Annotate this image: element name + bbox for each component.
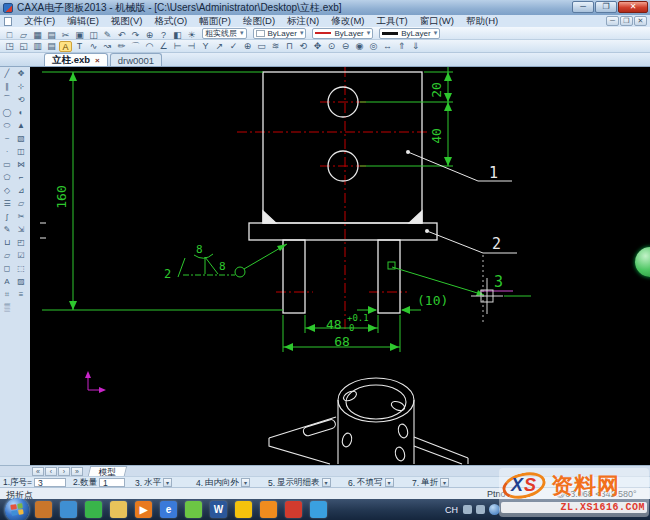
text-style-icon[interactable]: T bbox=[73, 41, 86, 52]
language-indicator[interactable]: CH bbox=[445, 505, 458, 515]
taskbar-icon-360sphere[interactable] bbox=[185, 501, 202, 518]
linetype-combobox[interactable]: ByLayer ▾ bbox=[312, 28, 373, 39]
chevron-down-icon[interactable]: ▾ bbox=[163, 478, 172, 487]
tab-drw0001[interactable]: drw0001 bbox=[110, 53, 162, 66]
taskbar-icon-360browser[interactable] bbox=[85, 501, 102, 518]
tray-icon[interactable] bbox=[463, 505, 472, 514]
taskbar-icon-thunder[interactable] bbox=[310, 501, 327, 518]
block-icon[interactable]: ▱ bbox=[1, 250, 13, 262]
layer-combobox[interactable]: 粗实线层 ▾ bbox=[202, 28, 247, 39]
list-icon[interactable]: ≡ bbox=[15, 289, 27, 301]
offset-icon[interactable]: ▱ bbox=[15, 198, 27, 210]
break-icon[interactable]: ✂ bbox=[15, 211, 27, 223]
title-bar[interactable]: CAXA电子图板2013 - 机械版 - [C:\Users\Administr… bbox=[0, 0, 650, 15]
weld-symbol-icon[interactable]: ⊓ bbox=[283, 41, 296, 52]
pan-icon[interactable]: ↔ bbox=[381, 41, 394, 52]
array-icon[interactable]: ▧ bbox=[15, 133, 27, 145]
lineweight-combobox[interactable]: ByLayer ▾ bbox=[379, 28, 440, 39]
mirror-icon[interactable]: ◐ bbox=[15, 107, 27, 119]
copy-icon[interactable]: ⊹ bbox=[15, 81, 27, 93]
wave-line-icon[interactable]: ≋ bbox=[269, 41, 282, 52]
child-window-button[interactable]: ❐ bbox=[620, 16, 633, 26]
erase-icon[interactable]: ⬚ bbox=[15, 263, 27, 275]
datum-arrow-icon[interactable]: ↗ bbox=[213, 41, 226, 52]
taskbar-icon-player[interactable]: ▶ bbox=[135, 501, 152, 518]
fill-icon[interactable]: ▒ bbox=[1, 302, 13, 314]
sheet-prev-button[interactable]: ‹ bbox=[45, 467, 57, 476]
tray-icon[interactable] bbox=[476, 505, 485, 514]
taskbar-icon-suite[interactable] bbox=[60, 501, 77, 518]
zoom-window-icon[interactable]: ⊙ bbox=[325, 41, 338, 52]
balloon-number-icon[interactable]: A bbox=[59, 41, 72, 52]
ellipse-icon[interactable]: ⬭ bbox=[1, 120, 13, 132]
sheet-first-button[interactable]: « bbox=[32, 467, 44, 476]
table-icon[interactable]: ▥ bbox=[31, 41, 44, 52]
rectangle-icon[interactable]: ▭ bbox=[1, 159, 13, 171]
insert-icon[interactable]: ◻ bbox=[1, 263, 13, 275]
tab-close-icon[interactable]: × bbox=[95, 56, 100, 65]
rect-icon[interactable]: ▭ bbox=[255, 41, 268, 52]
child-window-button[interactable]: ✕ bbox=[634, 16, 647, 26]
circle-icon[interactable]: ◯ bbox=[1, 107, 13, 119]
point-icon[interactable]: · bbox=[1, 146, 13, 158]
minimize-button[interactable]: ─ bbox=[572, 1, 594, 13]
merge-cells-icon[interactable]: ◱ bbox=[17, 41, 30, 52]
color-combobox[interactable]: ByLayer ▾ bbox=[253, 28, 307, 39]
slot-icon[interactable]: ⊔ bbox=[1, 237, 13, 249]
view-up-icon[interactable]: ⇑ bbox=[395, 41, 408, 52]
zoom-prev-icon[interactable]: ◎ bbox=[367, 41, 380, 52]
corner-icon[interactable]: ⌐ bbox=[15, 172, 27, 184]
sketch-icon[interactable]: ✎ bbox=[1, 224, 13, 236]
angle-dim-icon[interactable]: ∠ bbox=[157, 41, 170, 52]
child-window-button[interactable]: ─ bbox=[606, 16, 619, 26]
parallel-line-icon[interactable]: ∥ bbox=[1, 81, 13, 93]
arc-icon[interactable]: ⌒ bbox=[129, 41, 142, 52]
trim-icon[interactable]: ⋈ bbox=[15, 159, 27, 171]
maximize-button[interactable]: ❐ bbox=[595, 1, 617, 13]
chevron-down-icon[interactable]: ▾ bbox=[322, 478, 331, 487]
extend-icon[interactable]: ⇲ bbox=[15, 224, 27, 236]
center-line-icon[interactable]: ◇ bbox=[1, 185, 13, 197]
move-icon[interactable]: ✥ bbox=[15, 68, 27, 80]
menu-dimension[interactable]: 标注(N) bbox=[281, 15, 325, 28]
taskbar-icon-word[interactable]: W bbox=[210, 501, 227, 518]
sketch-icon[interactable]: ↝ bbox=[101, 41, 114, 52]
chevron-down-icon[interactable]: ▾ bbox=[241, 478, 250, 487]
move-view-icon[interactable]: ✥ bbox=[311, 41, 324, 52]
dim-linear-icon[interactable]: ⊢ bbox=[171, 41, 184, 52]
menu-window[interactable]: 窗口(W) bbox=[414, 15, 460, 28]
menu-modify[interactable]: 修改(M) bbox=[325, 15, 370, 28]
chamfer-icon[interactable]: ⊿ bbox=[15, 185, 27, 197]
sheet-next-button[interactable]: › bbox=[58, 467, 70, 476]
spline-icon[interactable]: ~ bbox=[1, 133, 13, 145]
chevron-down-icon[interactable]: ▾ bbox=[385, 478, 394, 487]
menu-sheet[interactable]: 幅面(P) bbox=[193, 15, 237, 28]
taskbar-icon-chrome[interactable] bbox=[235, 501, 252, 518]
zoom-out-icon[interactable]: ⊖ bbox=[339, 41, 352, 52]
close-button[interactable]: ✕ bbox=[618, 1, 648, 13]
arc-icon[interactable]: ⌒ bbox=[1, 94, 13, 106]
hatch-edit-icon[interactable]: ▨ bbox=[15, 276, 27, 288]
zoom-all-icon[interactable]: ◉ bbox=[353, 41, 366, 52]
drawing-canvas[interactable]: 160 20 40 48 +0.1 0 68 (10) 8 8 2 3 bbox=[30, 67, 650, 465]
taskbar-icon-red-app[interactable] bbox=[285, 501, 302, 518]
serial-number-input[interactable]: 3 bbox=[34, 478, 66, 487]
view-down-icon[interactable]: ⇓ bbox=[409, 41, 422, 52]
stretch-icon[interactable]: ◫ bbox=[15, 146, 27, 158]
explode-icon[interactable]: ◰ bbox=[15, 237, 27, 249]
line-icon[interactable]: ╱ bbox=[1, 68, 13, 80]
taskbar-icon-ie[interactable]: e bbox=[160, 501, 177, 518]
pane-icon[interactable]: ◳ bbox=[3, 41, 16, 52]
sheet-last-button[interactable]: » bbox=[71, 467, 83, 476]
check-icon[interactable]: ✓ bbox=[227, 41, 240, 52]
arc3pt-icon[interactable]: ◠ bbox=[143, 41, 156, 52]
menu-draw[interactable]: 绘图(D) bbox=[237, 15, 281, 28]
chevron-down-icon[interactable]: ▾ bbox=[440, 478, 449, 487]
leader-icon[interactable]: Y bbox=[199, 41, 212, 52]
spline-icon[interactable]: ∿ bbox=[87, 41, 100, 52]
contour-icon[interactable]: ʃ bbox=[1, 211, 13, 223]
pencil-icon[interactable]: ✏ bbox=[115, 41, 128, 52]
hatch-icon[interactable]: ☰ bbox=[1, 198, 13, 210]
rotate-view-icon[interactable]: ⟲ bbox=[297, 41, 310, 52]
text-icon[interactable]: A bbox=[1, 276, 13, 288]
